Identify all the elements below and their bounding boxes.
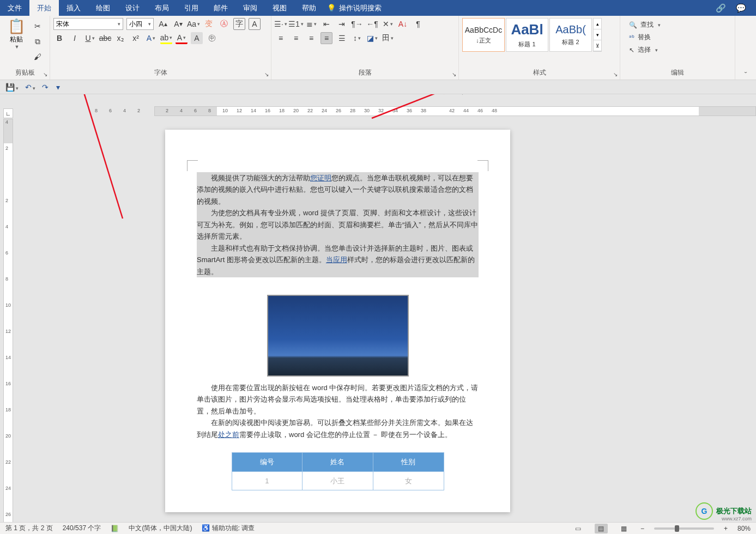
zoom-slider[interactable] bbox=[654, 527, 714, 530]
multilevel[interactable]: ≣▾ bbox=[305, 18, 317, 30]
char-shading[interactable]: A bbox=[191, 32, 203, 44]
cut-button[interactable]: ✂ bbox=[32, 20, 44, 32]
font-name-combo[interactable]: 宋体▾ bbox=[53, 18, 123, 30]
view-read[interactable]: ▭ bbox=[572, 524, 585, 533]
tab-help[interactable]: 帮助 bbox=[294, 0, 324, 16]
link-text[interactable]: 您证明 bbox=[310, 174, 331, 182]
tab-layout[interactable]: 布局 bbox=[147, 0, 177, 16]
tab-selector[interactable]: ∟ bbox=[3, 108, 13, 118]
tab-insert[interactable]: 插入 bbox=[59, 0, 88, 16]
subscript[interactable]: x₂ bbox=[114, 32, 126, 44]
styles-launcher[interactable]: ↘ bbox=[612, 71, 619, 78]
increase-indent[interactable]: ⇥ bbox=[336, 18, 348, 30]
numbering[interactable]: ☰1▾ bbox=[290, 18, 302, 30]
tell-me[interactable]: 💡 操作说明搜索 bbox=[327, 3, 382, 13]
shading[interactable]: ◪▾ bbox=[366, 32, 378, 44]
embedded-image[interactable] bbox=[267, 295, 409, 377]
enclose-char[interactable]: 字 bbox=[233, 18, 245, 30]
document-table[interactable]: 编号 姓名 性别 1 小王 女 bbox=[232, 452, 444, 490]
clear-format[interactable]: Ⓐ bbox=[218, 18, 230, 30]
redo-button[interactable]: ↷ bbox=[42, 83, 49, 92]
find-button[interactable]: 🔍查找▾ bbox=[629, 20, 726, 29]
change-case[interactable]: Aa▾ bbox=[188, 18, 199, 30]
align-center[interactable]: ≡ bbox=[290, 32, 302, 44]
sort[interactable]: A↓ bbox=[397, 18, 409, 30]
tab-file[interactable]: 文件 bbox=[0, 0, 29, 16]
font-size-combo[interactable]: 小四▾ bbox=[126, 18, 154, 30]
paragraph-2[interactable]: 为使您的文档具有专业外观，word 提供了页眉、页脚、封面和文本框设计，这些设计… bbox=[197, 207, 479, 242]
font-color[interactable]: A▾ bbox=[176, 32, 188, 44]
justify[interactable]: ≡ bbox=[320, 32, 332, 44]
th-gender[interactable]: 性别 bbox=[373, 453, 444, 471]
copy-button[interactable]: ⧉ bbox=[32, 35, 44, 47]
asian-layout[interactable]: ✕▾ bbox=[382, 18, 394, 30]
superscript[interactable]: x² bbox=[130, 32, 142, 44]
vertical-ruler[interactable]: 422468101214161820222426 bbox=[3, 119, 13, 523]
tab-view[interactable]: 视图 bbox=[265, 0, 294, 16]
share-icon[interactable]: 🔗 bbox=[716, 3, 726, 13]
view-web[interactable]: ▦ bbox=[618, 524, 631, 533]
paragraph-4[interactable]: 使用在需要位置出现的新按钮在 word 中保存时间。若要更改图片适应文档的方式，… bbox=[197, 382, 479, 417]
borders[interactable]: 田▾ bbox=[382, 32, 394, 44]
page-indicator[interactable]: 第 1 页，共 2 页 bbox=[5, 524, 53, 533]
tab-home[interactable]: 开始 bbox=[29, 0, 59, 16]
distribute[interactable]: ☰ bbox=[336, 32, 348, 44]
zoom-in[interactable]: + bbox=[724, 525, 728, 532]
td[interactable]: 1 bbox=[232, 471, 303, 490]
style-normal[interactable]: AaBbCcDc ↓正文 bbox=[462, 18, 505, 52]
th-id[interactable]: 编号 bbox=[232, 453, 303, 471]
save-button[interactable]: 💾▾ bbox=[5, 83, 19, 92]
select-button[interactable]: ↖选择▾ bbox=[629, 45, 726, 54]
link-text[interactable]: 处之前 bbox=[218, 430, 239, 439]
format-painter-button[interactable]: 🖌 bbox=[32, 51, 44, 63]
tab-references[interactable]: 引用 bbox=[177, 0, 206, 16]
zoom-level[interactable]: 80% bbox=[737, 525, 751, 532]
decrease-indent[interactable]: ⇤ bbox=[320, 18, 332, 30]
collapse-ribbon[interactable]: ˇ bbox=[735, 16, 756, 80]
char-enclose[interactable]: ㊥ bbox=[206, 32, 218, 44]
paragraph-launcher[interactable]: ↘ bbox=[450, 71, 457, 78]
bullets[interactable]: ☰·▾ bbox=[275, 18, 287, 30]
tab-draw[interactable]: 绘图 bbox=[88, 0, 118, 16]
style-heading2[interactable]: AaBb( 标题 2 bbox=[549, 18, 592, 52]
td[interactable]: 小王 bbox=[303, 471, 373, 490]
phonetic-guide[interactable]: 变 bbox=[203, 18, 215, 30]
rtl[interactable]: ←¶ bbox=[366, 18, 378, 30]
tab-review[interactable]: 审阅 bbox=[235, 0, 265, 16]
italic[interactable]: I bbox=[69, 32, 81, 44]
bold[interactable]: B bbox=[53, 32, 65, 44]
text-effects[interactable]: A▾ bbox=[145, 32, 157, 44]
clipboard-launcher[interactable]: ↘ bbox=[41, 71, 49, 78]
tab-design[interactable]: 设计 bbox=[118, 0, 147, 16]
tab-mail[interactable]: 邮件 bbox=[206, 0, 235, 16]
align-left[interactable]: ≡ bbox=[275, 32, 287, 44]
language-indicator[interactable]: 中文(简体，中国大陆) bbox=[129, 524, 192, 533]
link-text[interactable]: 当应用 bbox=[326, 256, 347, 264]
strikethrough[interactable]: abc bbox=[99, 32, 111, 44]
replace-button[interactable]: ᵃᵇ替换 bbox=[629, 33, 726, 42]
word-count[interactable]: 240/537 个字 bbox=[63, 524, 101, 533]
comments-icon[interactable]: 💬 bbox=[736, 3, 746, 13]
style-gallery-more[interactable]: ▴▾⊻ bbox=[593, 18, 602, 52]
style-heading1[interactable]: AaBl 标题 1 bbox=[506, 18, 548, 52]
td[interactable]: 女 bbox=[373, 471, 444, 490]
show-marks[interactable]: ¶ bbox=[412, 18, 424, 30]
highlight[interactable]: ab▾ bbox=[160, 32, 172, 44]
spellcheck-icon[interactable]: 📗 bbox=[111, 525, 119, 532]
ltr[interactable]: ¶→ bbox=[351, 18, 363, 30]
undo-button[interactable]: ↶▾ bbox=[25, 83, 35, 92]
paragraph-5[interactable]: 在新的阅读视图中阅读更加容易。可以折叠文档某些部分并关注所需文本。如果在达到结尾… bbox=[197, 417, 479, 440]
paste-button[interactable]: 📋 粘贴 ▼ bbox=[3, 18, 29, 50]
zoom-out[interactable]: − bbox=[640, 525, 644, 532]
paragraph-3[interactable]: 主题和样式也有助于文档保持协调。当您单击设计并选择新的主题时，图片、图表或 Sm… bbox=[197, 242, 479, 277]
line-spacing[interactable]: ↕▾ bbox=[351, 32, 363, 44]
view-print[interactable]: ▤ bbox=[595, 524, 608, 533]
th-name[interactable]: 姓名 bbox=[303, 453, 373, 471]
accessibility-indicator[interactable]: ♿ 辅助功能: 调查 bbox=[202, 524, 255, 533]
grow-font[interactable]: A▴ bbox=[157, 18, 169, 30]
align-right[interactable]: ≡ bbox=[305, 32, 317, 44]
document-page[interactable]: 视频提供了功能强大的方法帮助您证明您的观点。当您单击联机视频时，可以在想要添加的… bbox=[165, 130, 510, 512]
qat-customize[interactable]: ▾ bbox=[56, 83, 60, 92]
paragraph-1[interactable]: 视频提供了功能强大的方法帮助您证明您的观点。当您单击联机视频时，可以在想要添加的… bbox=[197, 172, 479, 207]
shrink-font[interactable]: A▾ bbox=[172, 18, 184, 30]
